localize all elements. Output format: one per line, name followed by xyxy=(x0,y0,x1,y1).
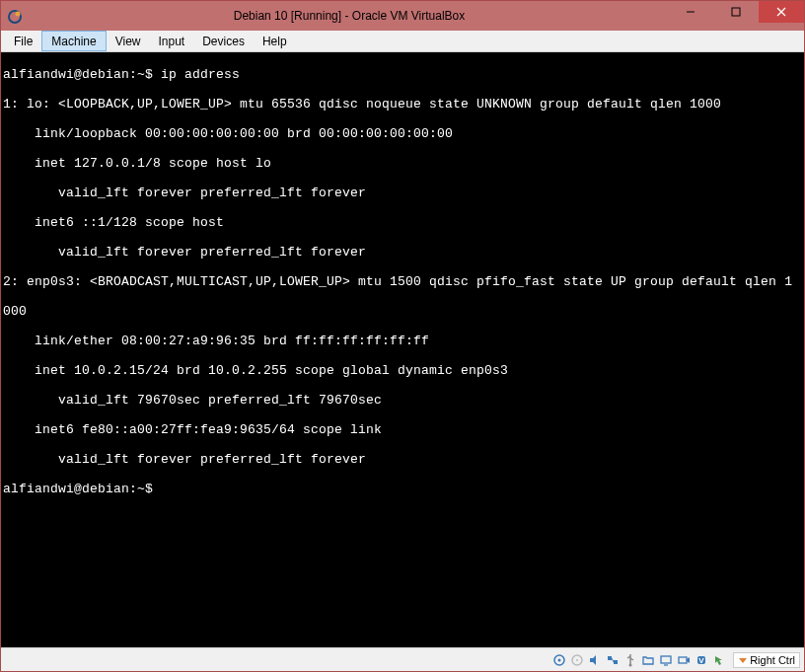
statusbar: V Right Ctrl xyxy=(1,647,804,671)
terminal-line: valid_lft 79670sec preferred_lft 79670se… xyxy=(3,393,802,408)
terminal-line: 2: enp0s3: <BROADCAST,MULTICAST,UP,LOWER… xyxy=(3,274,802,289)
close-button[interactable] xyxy=(759,1,804,23)
audio-icon[interactable] xyxy=(587,652,603,668)
menu-machine[interactable]: Machine xyxy=(41,31,106,51)
svg-point-1 xyxy=(16,12,21,17)
window-controls xyxy=(668,1,804,31)
app-icon xyxy=(7,7,25,25)
svg-text:V: V xyxy=(698,656,704,665)
host-key-label: Right Ctrl xyxy=(750,654,795,666)
terminal-line: valid_lft forever preferred_lft forever xyxy=(3,245,802,260)
terminal-line: inet 10.0.2.15/24 brd 10.0.2.255 scope g… xyxy=(3,363,802,378)
mouse-integration-icon[interactable] xyxy=(711,652,727,668)
titlebar[interactable]: Debian 10 [Running] - Oracle VM VirtualB… xyxy=(1,1,804,31)
menu-devices[interactable]: Devices xyxy=(193,31,254,51)
menu-help[interactable]: Help xyxy=(254,31,296,51)
terminal-line: link/loopback 00:00:00:00:00:00 brd 00:0… xyxy=(3,126,802,141)
svg-point-9 xyxy=(576,659,578,661)
minimize-button[interactable] xyxy=(668,1,713,23)
guest-additions-icon[interactable]: V xyxy=(694,652,709,668)
network-icon[interactable] xyxy=(605,652,621,668)
window-title: Debian 10 [Running] - Oracle VM VirtualB… xyxy=(31,9,668,23)
shared-folders-icon[interactable] xyxy=(640,652,656,668)
terminal-line: link/ether 08:00:27:a9:96:35 brd ff:ff:f… xyxy=(3,334,802,348)
svg-point-7 xyxy=(558,658,561,661)
hard-disk-icon[interactable] xyxy=(551,652,567,668)
svg-line-12 xyxy=(612,658,614,662)
menubar: File Machine View Input Devices Help xyxy=(1,31,804,52)
terminal-line: 000 xyxy=(3,304,802,319)
svg-rect-10 xyxy=(608,656,612,660)
terminal-line: valid_lft forever preferred_lft forever xyxy=(3,452,802,467)
menu-view[interactable]: View xyxy=(107,31,150,51)
arrow-down-icon xyxy=(738,655,748,665)
terminal-output[interactable]: alfiandwi@debian:~$ ip address 1: lo: <L… xyxy=(1,52,804,647)
svg-point-13 xyxy=(629,663,632,666)
usb-icon[interactable] xyxy=(622,652,638,668)
terminal-line: inet6 fe80::a00:27ff:fea9:9635/64 scope … xyxy=(3,422,802,437)
terminal-line: inet6 ::1/128 scope host xyxy=(3,215,802,230)
recording-icon[interactable] xyxy=(676,652,692,668)
svg-rect-11 xyxy=(614,660,618,664)
host-key-indicator[interactable]: Right Ctrl xyxy=(733,652,800,668)
svg-rect-14 xyxy=(661,656,671,663)
terminal-line: 1: lo: <LOOPBACK,UP,LOWER_UP> mtu 65536 … xyxy=(3,97,802,112)
vm-window: Debian 10 [Running] - Oracle VM VirtualB… xyxy=(0,0,805,672)
terminal-line: alfiandwi@debian:~$ xyxy=(3,482,802,496)
terminal-line: alfiandwi@debian:~$ ip address xyxy=(3,67,802,82)
terminal-line: inet 127.0.0.1/8 scope host lo xyxy=(3,156,802,171)
optical-drive-icon[interactable] xyxy=(569,652,585,668)
maximize-button[interactable] xyxy=(713,1,759,23)
menu-file[interactable]: File xyxy=(5,31,41,51)
svg-rect-3 xyxy=(732,8,740,16)
display-icon[interactable] xyxy=(658,652,674,668)
terminal-line: valid_lft forever preferred_lft forever xyxy=(3,186,802,200)
svg-rect-16 xyxy=(679,657,687,663)
menu-input[interactable]: Input xyxy=(150,31,194,51)
